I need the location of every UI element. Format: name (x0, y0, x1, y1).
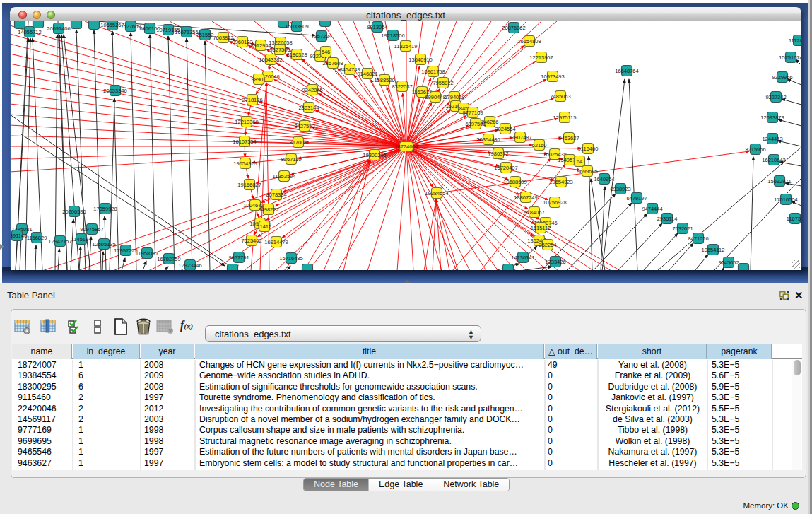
svg-text:16033809: 16033809 (285, 23, 308, 30)
svg-text:12975115: 12975115 (553, 115, 577, 121)
svg-text:9227342: 9227342 (765, 94, 786, 100)
svg-text:10688609: 10688609 (503, 179, 526, 185)
svg-text:11958117: 11958117 (136, 250, 158, 257)
svg-text:16107554: 16107554 (233, 139, 256, 145)
svg-text:8186328: 8186328 (286, 52, 307, 58)
svg-text:9115460: 9115460 (578, 146, 599, 152)
svg-text:16648764: 16648764 (615, 68, 638, 74)
svg-text:12505135: 12505135 (92, 241, 115, 247)
svg-text:17359928: 17359928 (93, 206, 117, 212)
svg-text:7485063: 7485063 (550, 93, 570, 100)
svg-text:12942757: 12942757 (48, 238, 71, 245)
svg-text:16154808: 16154808 (517, 38, 541, 45)
svg-text:9242845: 9242845 (302, 87, 322, 93)
svg-text:20691406: 20691406 (47, 25, 70, 32)
svg-text:7632621: 7632621 (672, 226, 693, 232)
svg-text:12213967: 12213967 (529, 54, 553, 61)
svg-text:7986372: 7986372 (488, 151, 508, 157)
svg-text:12093873: 12093873 (760, 115, 784, 121)
svg-text:10756928: 10756928 (543, 199, 566, 206)
svg-text:8322037: 8322037 (392, 83, 412, 90)
svg-text:16914479: 16914479 (264, 239, 288, 245)
svg-text:18807249: 18807249 (514, 194, 537, 201)
svg-text:116753: 116753 (787, 216, 801, 222)
svg-text:7357224: 7357224 (311, 33, 331, 40)
svg-text:2391140: 2391140 (11, 233, 27, 239)
svg-text:18724007: 18724007 (394, 144, 418, 150)
svg-text:64: 64 (577, 158, 582, 165)
svg-text:8912954: 8912954 (250, 42, 271, 49)
svg-text:16543382: 16543382 (259, 57, 282, 63)
svg-text:751552: 751552 (196, 32, 213, 38)
svg-text:10807487: 10807487 (508, 134, 531, 141)
svg-text:9245652: 9245652 (718, 259, 739, 266)
svg-text:17957225: 17957225 (114, 247, 137, 254)
svg-text:8215956: 8215956 (745, 146, 765, 153)
svg-text:14055712: 14055712 (18, 29, 41, 35)
svg-text:817006: 817006 (289, 139, 307, 146)
svg-text:7955812: 7955812 (433, 80, 453, 86)
svg-text:1244413: 1244413 (762, 136, 782, 142)
svg-text:2718176: 2718176 (242, 97, 262, 103)
svg-text:20206536: 20206536 (62, 209, 86, 215)
svg-text:15692971: 15692971 (767, 178, 791, 185)
svg-text:6794028: 6794028 (444, 94, 464, 100)
svg-text:9329966: 9329966 (772, 74, 792, 81)
svg-text:1588520: 1588520 (374, 77, 394, 83)
svg-text:9474444: 9474444 (642, 206, 662, 212)
svg-text:2867608: 2867608 (322, 60, 343, 66)
svg-text:1112841: 1112841 (789, 37, 801, 44)
svg-text:6479197: 6479197 (626, 195, 647, 201)
svg-text:11353594: 11353594 (273, 173, 296, 180)
svg-text:8678334: 8678334 (266, 192, 286, 198)
svg-text:546: 546 (322, 49, 331, 55)
svg-text:15716485: 15716485 (279, 255, 302, 262)
svg-text:8938923: 8938923 (610, 186, 630, 192)
svg-text:16671355: 16671355 (175, 29, 198, 35)
svg-text:16961758: 16961758 (421, 69, 445, 75)
svg-text:9777169: 9777169 (462, 110, 483, 116)
svg-text:62160: 62160 (532, 142, 547, 148)
svg-text:1145194: 1145194 (71, 236, 92, 243)
svg-text:16782759: 16782759 (157, 256, 180, 262)
svg-text:1640954: 1640954 (594, 176, 614, 182)
svg-text:2803144: 2803144 (298, 105, 319, 111)
svg-text:1733426: 1733426 (545, 259, 565, 265)
svg-text:19166827: 19166827 (237, 182, 261, 188)
svg-text:18300295: 18300295 (363, 152, 386, 158)
svg-text:13640910: 13640910 (408, 57, 432, 63)
svg-text:9657791: 9657791 (228, 255, 249, 261)
svg-text:9146821: 9146821 (357, 71, 377, 77)
svg-text:98901: 98901 (252, 76, 266, 83)
svg-text:12923446: 12923446 (178, 262, 201, 269)
svg-text:16210643: 16210643 (762, 157, 785, 163)
svg-text:3024554: 3024554 (495, 126, 515, 132)
svg-text:20053346: 20053346 (103, 88, 126, 94)
svg-text:7663822: 7663822 (213, 35, 233, 41)
svg-text:11412: 11412 (257, 223, 271, 230)
svg-text:6897508: 6897508 (465, 121, 486, 127)
svg-text:20876862: 20876862 (502, 25, 525, 31)
svg-text:19218506: 19218506 (381, 33, 404, 39)
svg-text:15720407: 15720407 (494, 165, 517, 171)
svg-text:252254: 252254 (539, 242, 556, 248)
svg-text:8471626: 8471626 (688, 235, 708, 242)
svg-text:1527602: 1527602 (120, 23, 141, 30)
svg-text:7625402: 7625402 (241, 238, 261, 244)
svg-text:1615112: 1615112 (531, 225, 551, 231)
svg-text:20364486: 20364486 (476, 136, 500, 143)
svg-text:19654923: 19654923 (549, 179, 572, 185)
svg-text:10654112: 10654112 (702, 247, 725, 253)
svg-text:19384554: 19384554 (425, 190, 448, 197)
svg-text:9498222: 9498222 (258, 206, 278, 213)
svg-text:8427552: 8427552 (294, 123, 314, 129)
svg-text:8960123: 8960123 (232, 39, 252, 45)
svg-text:9699695: 9699695 (577, 168, 597, 175)
svg-text:1156829: 1156829 (27, 235, 47, 241)
svg-text:10973493: 10973493 (541, 74, 564, 80)
svg-text:19654925: 19654925 (233, 160, 257, 167)
svg-text:14136141: 14136141 (511, 255, 534, 261)
svg-text:90975867: 90975867 (80, 226, 103, 233)
svg-text:9463627: 9463627 (558, 135, 579, 141)
svg-text:8813054: 8813054 (367, 24, 387, 30)
